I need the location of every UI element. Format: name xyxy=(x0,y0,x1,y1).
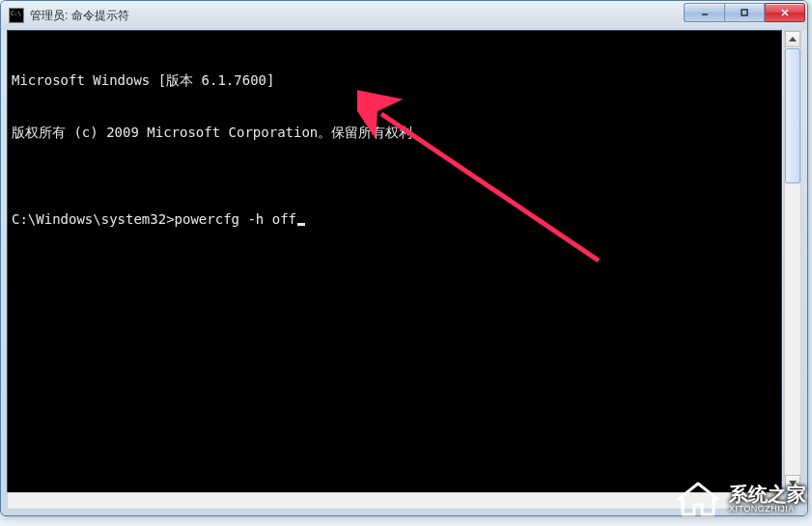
svg-rect-1 xyxy=(742,10,747,15)
console-command: powercfg -h off xyxy=(175,210,296,228)
scroll-up-button[interactable] xyxy=(785,31,800,47)
window-controls xyxy=(684,3,805,22)
scroll-thumb[interactable] xyxy=(785,48,800,183)
horizontal-scrollbar[interactable] xyxy=(7,492,784,510)
watermark: 系统之家 XITONGZHIJIA xyxy=(675,480,806,518)
watermark-sub: XITONGZHIJIA xyxy=(729,504,806,514)
close-icon xyxy=(780,8,790,17)
chevron-up-icon xyxy=(789,37,797,42)
vertical-scrollbar[interactable] xyxy=(784,30,801,492)
close-button[interactable] xyxy=(765,3,805,22)
titlebar[interactable]: 管理员: 命令提示符 xyxy=(1,1,807,30)
text-cursor xyxy=(297,223,305,226)
console-prompt-line: C:\Windows\system32>powercfg -h off xyxy=(12,210,777,228)
console-prompt: C:\Windows\system32> xyxy=(12,210,175,228)
minimize-button[interactable] xyxy=(684,3,724,22)
watermark-text: 系统之家 XITONGZHIJIA xyxy=(729,484,806,514)
command-prompt-window: 管理员: 命令提示符 Microsoft Windows [版本 6.1.76 xyxy=(0,0,808,516)
console-line: 版权所有 (c) 2009 Microsoft Corporation。保留所有… xyxy=(12,124,777,141)
house-icon xyxy=(675,480,721,518)
console-area[interactable]: Microsoft Windows [版本 6.1.7600] 版权所有 (c)… xyxy=(7,30,782,510)
watermark-main: 系统之家 xyxy=(729,484,806,504)
maximize-button[interactable] xyxy=(724,3,765,22)
maximize-icon xyxy=(740,8,749,17)
cmd-icon xyxy=(9,8,24,23)
minimize-icon xyxy=(700,8,710,17)
console-line: Microsoft Windows [版本 6.1.7600] xyxy=(12,71,777,89)
